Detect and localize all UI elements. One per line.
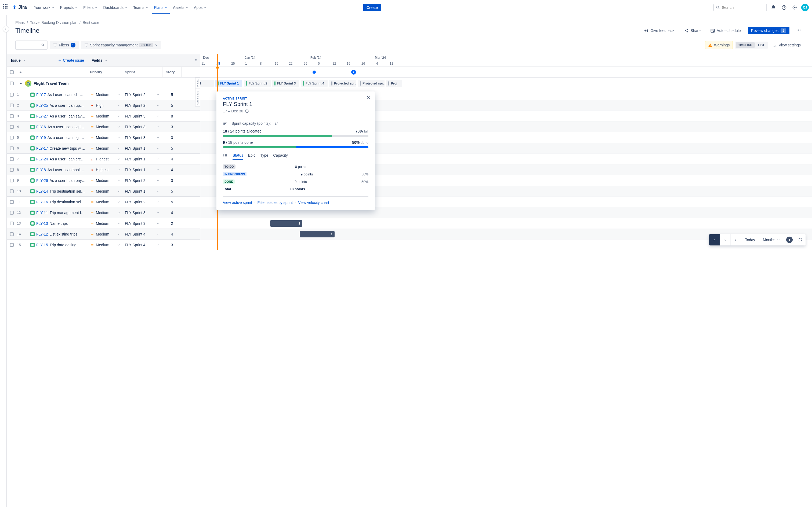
create-issue-button[interactable]: Create issue — [58, 58, 84, 62]
chevron-down-icon[interactable] — [156, 201, 159, 204]
chevron-down-icon[interactable] — [156, 158, 159, 161]
issue-key-link[interactable]: FLY-27 — [36, 114, 48, 118]
column-resize-handle[interactable] — [192, 58, 200, 63]
sprint-pill[interactable]: FLY Sprint 4 — [301, 80, 327, 87]
row-checkbox[interactable] — [10, 104, 14, 107]
row-checkbox[interactable] — [10, 125, 14, 129]
priority-cell[interactable]: Medium — [87, 243, 122, 247]
sprint-cell[interactable]: FLY Sprint 1 — [122, 146, 162, 151]
jira-logo[interactable]: Jira — [12, 5, 27, 10]
filters-button[interactable]: Filters 1 — [50, 41, 79, 49]
story-points-cell[interactable]: 8 — [162, 114, 182, 118]
sprint-cell[interactable]: FLY Sprint 3 — [122, 114, 162, 118]
chevron-down-icon[interactable] — [156, 136, 159, 139]
team-checkbox[interactable] — [10, 81, 14, 85]
priority-cell[interactable]: Medium — [87, 200, 122, 204]
sprint-pill[interactable]: Proj — [386, 80, 402, 87]
issue-row[interactable]: 3 FLY-27 As a user I can sav… Medium FLY… — [7, 111, 200, 121]
priority-cell[interactable]: Medium — [87, 221, 122, 226]
flyout-tab-epic[interactable]: Epic — [248, 152, 255, 160]
flyout-tab-type[interactable]: Type — [260, 152, 268, 160]
issue-key-link[interactable]: FLY-24 — [36, 157, 48, 161]
review-changes-button[interactable]: Review changes 2 — [748, 27, 790, 34]
row-checkbox[interactable] — [10, 232, 14, 236]
nav-filters[interactable]: Filters — [81, 4, 100, 11]
chevron-down-icon[interactable] — [156, 168, 159, 171]
more-actions-button[interactable] — [794, 26, 803, 35]
share-button[interactable]: Share — [681, 26, 703, 35]
row-checkbox[interactable] — [10, 211, 14, 215]
issue-bar[interactable]: 1 — [300, 231, 335, 237]
issue-key-link[interactable]: FLY-6 — [36, 125, 46, 129]
sprint-pill[interactable]: int — [200, 80, 214, 87]
row-checkbox[interactable] — [10, 243, 14, 247]
story-points-cell[interactable]: 4 — [162, 157, 182, 161]
issue-row[interactable]: 2 FLY-25 As a user I can up… High FLY Sp… — [7, 100, 200, 111]
fields-column-header[interactable]: Fields — [87, 58, 192, 62]
issue-key-link[interactable]: FLY-11 — [36, 211, 48, 215]
issue-row[interactable]: 1 FLY-7 As I user I can edit … Medium FL… — [7, 89, 200, 100]
issue-row[interactable]: 13 FLY-13 Name trips Medium FLY Sprint 3… — [7, 218, 200, 229]
issue-key-link[interactable]: FLY-7 — [36, 93, 46, 97]
nav-projects[interactable]: Projects — [58, 4, 80, 11]
nav-assets[interactable]: Assets — [171, 4, 191, 11]
chevron-down-icon[interactable] — [117, 168, 120, 171]
story-points-cell[interactable]: 3 — [162, 178, 182, 183]
story-points-cell[interactable]: 5 — [162, 189, 182, 193]
issue-key-link[interactable]: FLY-17 — [36, 146, 48, 151]
issue-row[interactable]: 10 FLY-14 Trip destination sel… Medium F… — [7, 186, 200, 196]
issue-row[interactable]: 7 FLY-24 As a user I can cre… Highest FL… — [7, 154, 200, 164]
sprint-cell[interactable]: FLY Sprint 2 — [122, 93, 162, 97]
priority-cell[interactable]: High — [87, 103, 122, 108]
today-button[interactable]: Today — [742, 234, 759, 245]
release-marker[interactable]: 2 — [351, 70, 356, 74]
story-points-cell[interactable]: 5 — [162, 200, 182, 204]
issue-row[interactable]: 14 FLY-12 List existing trips Medium FLY… — [7, 229, 200, 239]
chevron-down-icon[interactable] — [156, 115, 159, 118]
issue-key-link[interactable]: FLY-14 — [36, 189, 48, 193]
chevron-down-icon[interactable] — [156, 222, 159, 225]
sprint-cell[interactable]: FLY Sprint 4 — [122, 232, 162, 236]
issue-row[interactable]: 11 FLY-16 Trip destination sel… Medium F… — [7, 196, 200, 207]
chevron-down-icon[interactable] — [117, 179, 120, 182]
priority-cell[interactable]: Medium — [87, 178, 122, 183]
scroll-right-button[interactable] — [709, 234, 720, 245]
priority-cell[interactable]: Medium — [87, 93, 122, 97]
search-input[interactable] — [722, 5, 764, 10]
story-points-cell[interactable]: 5 — [162, 93, 182, 97]
issue-key-link[interactable]: FLY-8 — [36, 168, 46, 172]
sprint-pill[interactable]: Projected spr… — [358, 80, 385, 87]
story-points-cell[interactable]: 4 — [162, 168, 182, 172]
sprint-cell[interactable]: FLY Sprint 3 — [122, 221, 162, 226]
issue-key-link[interactable]: FLY-15 — [36, 243, 48, 247]
flyout-link[interactable]: View velocity chart — [298, 201, 329, 205]
issue-row[interactable]: 9 FLY-26 As a user I can pay… Medium FLY… — [7, 175, 200, 186]
chevron-down-icon[interactable] — [117, 243, 120, 246]
chevron-down-icon[interactable] — [117, 211, 120, 214]
issue-key-link[interactable]: FLY-13 — [36, 221, 48, 226]
chevron-down-icon[interactable] — [156, 179, 159, 182]
story-points-cell[interactable]: 5 — [162, 146, 182, 151]
flyout-tab-capacity[interactable]: Capacity — [273, 152, 288, 160]
select-all-checkbox[interactable] — [10, 70, 14, 74]
sprint-cell[interactable]: FLY Sprint 1 — [122, 157, 162, 161]
issue-search[interactable] — [15, 41, 48, 50]
priority-cell[interactable]: Medium — [87, 211, 122, 215]
chevron-down-icon[interactable] — [19, 81, 23, 85]
issue-column-header[interactable]: Issue — [11, 58, 26, 62]
view-settings-button[interactable]: View settings — [770, 41, 803, 49]
sprint-cell[interactable]: FLY Sprint 3 — [122, 135, 162, 140]
fullscreen-button[interactable] — [795, 234, 806, 245]
releases-side-label[interactable]: RELEASES — [195, 89, 200, 107]
column-sprint[interactable]: Sprint — [122, 67, 162, 77]
help-icon[interactable]: ? — [780, 3, 789, 12]
search-box[interactable] — [713, 4, 767, 11]
chevron-down-icon[interactable] — [117, 233, 120, 236]
flyout-link[interactable]: View active sprint — [223, 201, 252, 205]
issue-row[interactable]: 5 FLY-9 As a user I can log i… Medium FL… — [7, 132, 200, 143]
notifications-icon[interactable] — [769, 3, 778, 12]
chevron-down-icon[interactable] — [156, 147, 159, 150]
team-side-label[interactable]: TEAM — [195, 77, 200, 89]
sidebar-expand-button[interactable] — [3, 26, 9, 32]
column-priority[interactable]: Priority — [87, 67, 122, 77]
